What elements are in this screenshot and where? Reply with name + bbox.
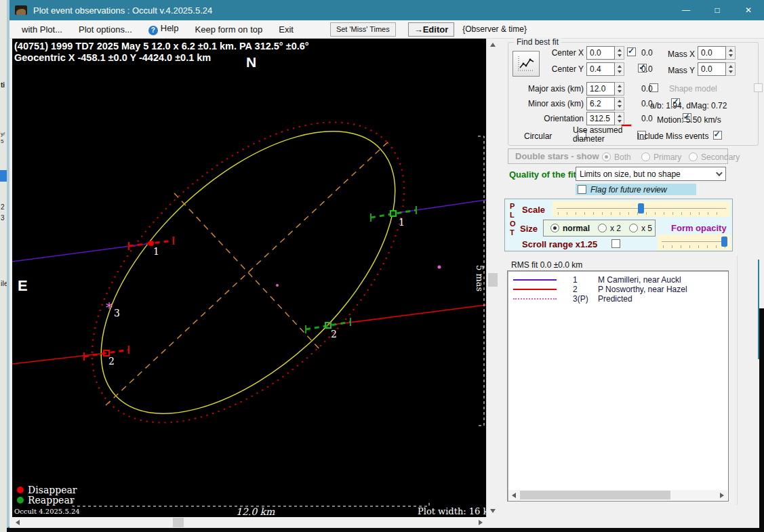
opacity-slider-thumb[interactable]: [721, 237, 727, 247]
orientation-input[interactable]: 312.5: [586, 112, 615, 125]
observer-name: M Camilleri, near Auckl: [598, 275, 681, 285]
vertical-scroll-thumb[interactable]: [488, 273, 498, 287]
quality-combobox[interactable]: Limits on size, but no shape: [576, 167, 726, 181]
plot-horizontal-scrollbar[interactable]: [12, 517, 486, 528]
scroll-range-label: Scroll range x1.25: [522, 239, 597, 249]
double-secondary-radio: [689, 152, 698, 161]
menu-with-plot[interactable]: with Plot...: [18, 22, 66, 37]
scale-slider-thumb[interactable]: [638, 203, 644, 213]
editor-button[interactable]: →Editor: [408, 22, 455, 37]
panel-divider: [737, 255, 738, 505]
app-icon: [15, 5, 27, 15]
minor-axis-input[interactable]: 6.2: [586, 97, 615, 110]
menu-help[interactable]: ?Help: [144, 20, 183, 38]
minor-axis-spinner[interactable]: [615, 97, 624, 110]
double-both-label: Both: [614, 152, 631, 162]
observer-row[interactable]: 1 M Camilleri, near Auckl: [508, 275, 728, 285]
center-y-input[interactable]: 0.4: [586, 62, 615, 76]
observer-row[interactable]: 2 P Nosworthy, near Hazel: [508, 285, 728, 294]
include-miss-checkbox[interactable]: [713, 131, 722, 140]
center-y-sigma: 0.0: [641, 64, 653, 74]
find-best-fit-title: Find best fit: [514, 37, 561, 47]
screen: ti y/ 5 2 3 ile Plot event observations …: [0, 0, 764, 532]
scale-bracket: [73, 500, 429, 506]
fitted-ellipse: [52, 81, 445, 464]
mass-y-spinner[interactable]: [726, 62, 736, 76]
major-axis-spinner[interactable]: [615, 82, 624, 96]
quality-label: Quality of the fit: [509, 169, 576, 180]
size-x5-label: x 5: [641, 224, 652, 233]
size-x5-radio[interactable]: [629, 224, 638, 232]
sliver-fragment: 2: [1, 203, 5, 211]
background-window-sliver: ti y/ 5 2 3 ile: [0, 0, 7, 532]
size-label: Size: [520, 224, 538, 234]
minor-axis-label: Minor axis (km): [517, 99, 584, 108]
maximize-button[interactable]: □: [702, 0, 733, 20]
ab-dmag-label: a/b: 1.94, dMag: 0.72: [650, 101, 727, 110]
size-x2-label: x 2: [610, 224, 621, 233]
run-fit-button[interactable]: [512, 51, 540, 77]
center-y-spinner[interactable]: [615, 62, 624, 76]
orientation-spinner[interactable]: [615, 112, 624, 125]
opacity-slider[interactable]: [658, 234, 731, 250]
plot-version: Occult 4.2025.5.24: [14, 508, 80, 515]
center-x-label: Center X: [539, 48, 584, 58]
marker-label-r1: 1: [399, 217, 405, 228]
mass-x-spinner[interactable]: [726, 46, 736, 60]
scroll-right-icon[interactable]: [479, 520, 483, 525]
mass-y-label: Mass Y: [664, 66, 695, 75]
window-title: Plot event observations : Occult v.4.202…: [33, 5, 212, 16]
window-content: * 1 1 2 2 3 (40751) 1999 TD7 2025 May 5 …: [9, 39, 764, 528]
observer-list-hscrollbar[interactable]: [508, 490, 727, 500]
menu-exit[interactable]: Exit: [275, 22, 298, 37]
plot-vertical-scrollbar[interactable]: [486, 39, 498, 517]
size-normal-radio[interactable]: [550, 224, 559, 232]
flag-review-checkbox[interactable]: [578, 185, 586, 194]
center-x-fit-checkbox[interactable]: [627, 47, 636, 56]
menubar: with Plot... Plot options... ?Help Keep …: [9, 20, 764, 39]
legend-reappear: Reappear: [28, 495, 75, 506]
use-assumed-diameter-label: Use assumed diameter: [573, 126, 627, 144]
orientation-sigma: 0.0: [641, 114, 653, 123]
set-miss-times-button[interactable]: Set 'Miss' Times: [330, 22, 396, 37]
include-miss-label: Include Miss events: [637, 131, 708, 141]
mass-x-input[interactable]: 0.0: [698, 46, 726, 60]
east-label: E: [18, 277, 28, 294]
minimize-button[interactable]: —: [670, 0, 702, 20]
observer-row[interactable]: 3(P) Predicted: [508, 294, 728, 304]
scroll-right-icon[interactable]: [720, 493, 724, 498]
predicted-marker-3: *: [106, 300, 113, 316]
control-panel: Find best fit Center X 0.0 0.0 Mass X: [498, 39, 764, 528]
scroll-left-icon[interactable]: [16, 520, 20, 525]
occultation-plot: * 1 1 2 2 3 (40751) 1999 TD7 2025 May 5 …: [12, 39, 486, 517]
size-normal-label: normal: [563, 224, 590, 233]
center-x-spinner[interactable]: [615, 46, 624, 60]
menu-plot-options[interactable]: Plot options...: [75, 22, 136, 37]
scale-label: 12.0 km: [236, 506, 275, 517]
plot-canvas[interactable]: * 1 1 2 2 3 (40751) 1999 TD7 2025 May 5 …: [12, 39, 486, 517]
orientation-label: Orientation: [517, 114, 584, 123]
sliver-selected-row: [0, 170, 7, 182]
size-radio-group: normal x 2 x 5: [543, 220, 656, 237]
minor-axis-line: [174, 193, 322, 352]
shape-model-label: Shape model: [669, 84, 717, 94]
major-axis-label: Major axis (km): [517, 84, 584, 94]
scroll-up-icon[interactable]: [490, 43, 496, 47]
close-button[interactable]: ✕: [733, 0, 764, 20]
size-x2-radio[interactable]: [598, 224, 607, 232]
horizontal-scroll-thumb[interactable]: [173, 518, 184, 527]
marker-label-d2: 2: [108, 356, 115, 367]
center-x-input[interactable]: 0.0: [586, 46, 615, 60]
plot-controls-box: P L O T Scale Size normal x 2 x 5: [504, 199, 733, 251]
scale-slider[interactable]: [552, 201, 730, 217]
observer-list[interactable]: 1 M Camilleri, near Auckl 2 P Nosworthy,…: [507, 270, 729, 502]
scroll-range-checkbox[interactable]: [611, 239, 620, 248]
major-axis-input[interactable]: 12.0: [586, 82, 615, 96]
scroll-left-icon[interactable]: [512, 493, 516, 498]
scroll-down-icon[interactable]: [490, 509, 496, 513]
mass-y-input[interactable]: 0.0: [698, 62, 726, 76]
marker-label-d1: 1: [153, 246, 159, 257]
form-opacity-label: Form opacity: [671, 223, 727, 233]
menu-keep-on-top[interactable]: Keep form on top: [191, 22, 267, 37]
observer-list-scroll-thumb[interactable]: [520, 491, 670, 499]
